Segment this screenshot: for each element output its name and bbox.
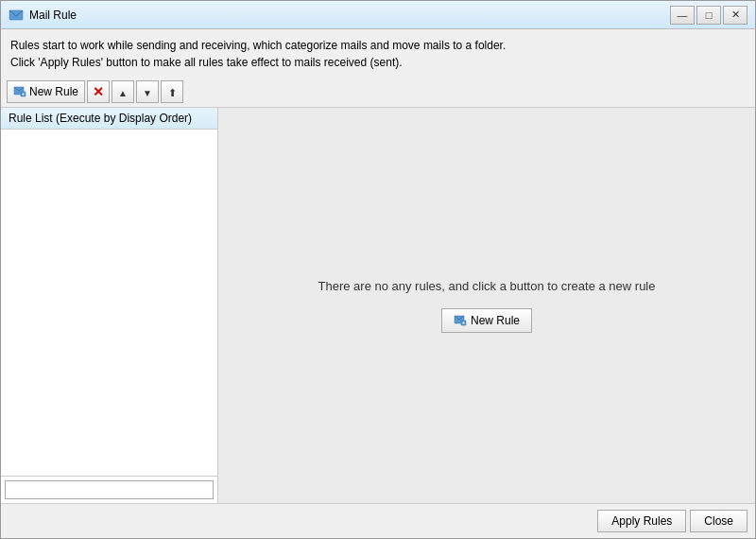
mail-rule-icon xyxy=(9,8,24,23)
bottom-bar: Apply Rules Close xyxy=(1,503,755,538)
apply-rules-button[interactable]: Apply Rules xyxy=(597,510,686,532)
search-box xyxy=(1,476,217,503)
title-bar-left: Mail Rule xyxy=(9,8,77,23)
move-up-button[interactable] xyxy=(112,80,134,103)
main-content: Rule List (Execute by Display Order) The… xyxy=(1,108,755,503)
new-rule-center-button[interactable]: New Rule xyxy=(441,308,532,333)
arrow-down-icon xyxy=(143,85,152,99)
empty-message: There are no any rules, and click a butt… xyxy=(318,279,656,293)
new-rule-toolbar-button[interactable]: New Rule xyxy=(7,80,85,103)
main-window: Mail Rule — □ ✕ Rules start to work whil… xyxy=(0,0,756,539)
delete-rule-button[interactable]: ✕ xyxy=(87,80,110,103)
close-button[interactable]: Close xyxy=(690,510,747,532)
toolbar: New Rule ✕ xyxy=(1,77,755,108)
new-rule-icon xyxy=(13,85,26,98)
arrow-top-icon xyxy=(168,85,177,99)
rule-list-header: Rule List (Execute by Display Order) xyxy=(1,108,217,130)
title-bar: Mail Rule — □ ✕ xyxy=(1,1,755,29)
search-input[interactable] xyxy=(5,480,214,499)
minimize-button[interactable]: — xyxy=(670,6,695,25)
left-panel: Rule List (Execute by Display Order) xyxy=(1,108,218,503)
rule-list-content xyxy=(1,130,217,476)
move-top-button[interactable] xyxy=(161,80,183,103)
new-rule-toolbar-label: New Rule xyxy=(29,85,78,98)
delete-icon: ✕ xyxy=(93,84,104,99)
close-window-button[interactable]: ✕ xyxy=(723,6,747,25)
arrow-up-icon xyxy=(118,85,128,99)
description-area: Rules start to work while sending and re… xyxy=(1,29,755,77)
new-rule-center-label: New Rule xyxy=(471,314,520,327)
description-line2: Click 'Apply Rules' button to make all r… xyxy=(10,54,746,71)
maximize-button[interactable]: □ xyxy=(696,6,721,25)
right-panel: There are no any rules, and click a butt… xyxy=(218,108,755,503)
description-line1: Rules start to work while sending and re… xyxy=(10,37,746,54)
move-down-button[interactable] xyxy=(136,80,159,103)
window-title: Mail Rule xyxy=(29,9,77,22)
window-controls: — □ ✕ xyxy=(670,6,747,25)
new-rule-center-icon xyxy=(454,314,467,327)
